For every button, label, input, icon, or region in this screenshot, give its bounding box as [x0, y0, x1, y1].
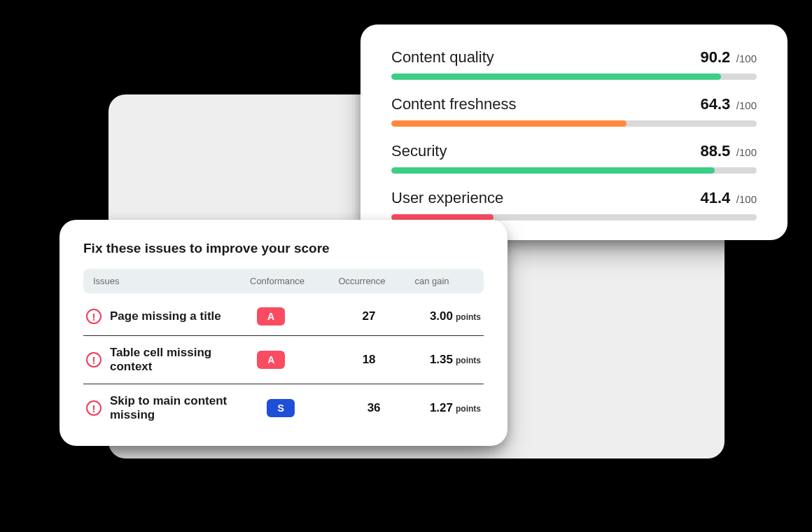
- column-header-gain: can gain: [390, 276, 474, 286]
- progress-fill: [391, 74, 721, 80]
- metric-item: Security 88.5 /100: [391, 142, 757, 174]
- metric-value-wrap: 90.2 /100: [701, 48, 757, 66]
- conformance-cell: A: [257, 351, 341, 369]
- issue-cell: ! Table cell missing context: [86, 346, 257, 374]
- metric-value: 64.3: [701, 95, 731, 113]
- issue-cell: ! Page missing a title: [86, 309, 257, 324]
- gain-unit: points: [456, 312, 481, 322]
- progress-track: [391, 74, 757, 80]
- metric-label: Content freshness: [391, 95, 517, 113]
- metric-value-wrap: 41.4 /100: [701, 189, 757, 207]
- metric-value: 88.5: [701, 142, 731, 160]
- gain-unit: points: [456, 404, 481, 414]
- conformance-badge: S: [267, 399, 295, 417]
- gain-cell: 1.35points: [397, 353, 481, 367]
- metric-value-wrap: 64.3 /100: [701, 95, 757, 113]
- issues-table-header: Issues Conformance Occurrence can gain: [83, 269, 484, 293]
- occurrence-cell: 36: [347, 401, 400, 415]
- gain-unit: points: [456, 356, 481, 365]
- metric-value-wrap: 88.5 /100: [701, 142, 757, 160]
- issue-name: Page missing a title: [110, 309, 221, 323]
- conformance-cell: S: [267, 399, 347, 417]
- gain-value: 1.27: [430, 401, 453, 414]
- conformance-badge: A: [257, 351, 285, 369]
- conformance-badge: A: [257, 307, 285, 326]
- metric-max: /100: [736, 52, 757, 64]
- metric-item: Content quality 90.2 /100: [391, 48, 757, 80]
- metrics-list: Content quality 90.2 /100 Content freshn…: [391, 48, 757, 220]
- metrics-card: Content quality 90.2 /100 Content freshn…: [360, 24, 788, 240]
- issue-name: Table cell missing context: [110, 346, 257, 374]
- issues-card: Fix these issues to improve your score I…: [59, 220, 507, 446]
- column-header-issues: Issues: [93, 276, 250, 286]
- alert-icon: !: [86, 400, 102, 416]
- issues-title: Fix these issues to improve your score: [83, 241, 484, 256]
- progress-track: [391, 120, 757, 127]
- issue-name: Skip to main content missing: [110, 394, 267, 422]
- issues-rows: ! Page missing a title A 27 3.00points !…: [83, 298, 484, 432]
- metric-value: 41.4: [701, 189, 731, 206]
- table-row[interactable]: ! Table cell missing context A 18 1.35po…: [83, 336, 484, 384]
- metric-max: /100: [736, 146, 757, 158]
- progress-fill: [391, 167, 715, 174]
- gain-value: 3.00: [430, 309, 453, 323]
- metric-label: Content quality: [391, 48, 494, 66]
- gain-value: 1.35: [430, 353, 453, 366]
- metric-value: 90.2: [701, 48, 731, 66]
- progress-track: [391, 167, 757, 174]
- metric-item: User experience 41.4 /100: [391, 189, 757, 220]
- table-row[interactable]: ! Page missing a title A 27 3.00points: [83, 298, 484, 336]
- metric-max: /100: [736, 99, 757, 111]
- occurrence-cell: 27: [341, 309, 397, 323]
- table-row[interactable]: ! Skip to main content missing S 36 1.27…: [83, 384, 484, 432]
- issue-cell: ! Skip to main content missing: [86, 394, 267, 422]
- metric-max: /100: [736, 193, 757, 205]
- metric-label: User experience: [391, 189, 503, 207]
- alert-icon: !: [86, 352, 102, 368]
- gain-cell: 1.27points: [400, 401, 481, 415]
- metric-label: Security: [391, 142, 447, 160]
- gain-cell: 3.00points: [397, 309, 481, 323]
- progress-fill: [391, 120, 626, 127]
- alert-icon: !: [86, 309, 102, 324]
- column-header-occurrence: Occurrence: [334, 276, 390, 286]
- occurrence-cell: 18: [341, 353, 397, 367]
- conformance-cell: A: [257, 307, 341, 326]
- stage: Content quality 90.2 /100 Content freshn…: [0, 0, 812, 532]
- metric-item: Content freshness 64.3 /100: [391, 95, 757, 127]
- column-header-conformance: Conformance: [250, 276, 334, 286]
